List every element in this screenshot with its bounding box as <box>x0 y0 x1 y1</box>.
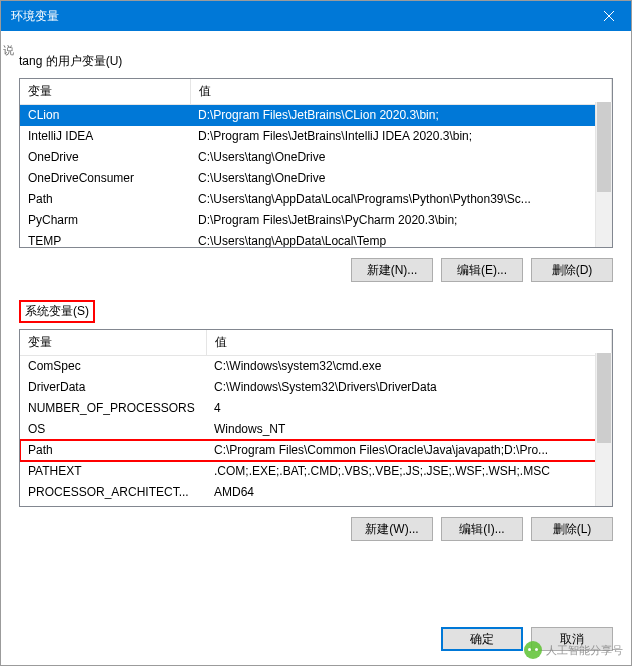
system-vars-table[interactable]: 变量 值 ComSpecC:\Windows\system32\cmd.exeD… <box>20 330 612 503</box>
table-row[interactable]: NUMBER_OF_PROCESSORS4 <box>20 398 612 419</box>
table-row[interactable]: OSWindows_NT <box>20 419 612 440</box>
var-value: C:\Windows\system32\cmd.exe <box>206 356 612 377</box>
var-name: PATHEXT <box>20 461 206 482</box>
var-value: D:\Program Files\JetBrains\CLion 2020.3\… <box>190 105 612 126</box>
var-name: PyCharm <box>20 210 190 231</box>
window-title: 环境变量 <box>11 8 59 25</box>
var-name: IntelliJ IDEA <box>20 126 190 147</box>
table-row[interactable]: OneDriveConsumerC:\Users\tang\OneDrive <box>20 168 612 189</box>
var-value: 4 <box>206 398 612 419</box>
var-name: TEMP <box>20 231 190 249</box>
table-row[interactable]: PROCESSOR_ARCHITECT...AMD64 <box>20 482 612 503</box>
system-buttons: 新建(W)... 编辑(I)... 删除(L) <box>19 517 613 541</box>
var-name: CLion <box>20 105 190 126</box>
table-row[interactable]: PathC:\Program Files\Common Files\Oracle… <box>20 440 612 461</box>
var-value: C:\Users\tang\AppData\Local\Temp <box>190 231 612 249</box>
system-delete-button[interactable]: 删除(L) <box>531 517 613 541</box>
var-name: OS <box>20 419 206 440</box>
var-name: Path <box>20 189 190 210</box>
var-name: ComSpec <box>20 356 206 377</box>
env-vars-dialog: 环境变量 说 tang 的用户变量(U) 变量 值 CLionD:\Progra… <box>0 0 632 666</box>
close-icon <box>604 11 614 21</box>
table-row[interactable]: TEMPC:\Users\tang\AppData\Local\Temp <box>20 231 612 249</box>
var-value: C:\Windows\System32\Drivers\DriverData <box>206 377 612 398</box>
var-name: OneDriveConsumer <box>20 168 190 189</box>
system-vars-table-wrap: 变量 值 ComSpecC:\Windows\system32\cmd.exeD… <box>19 329 613 507</box>
system-edit-button[interactable]: 编辑(I)... <box>441 517 523 541</box>
watermark: 人工智能分享号 <box>524 641 623 659</box>
user-vars-table[interactable]: 变量 值 CLionD:\Program Files\JetBrains\CLi… <box>20 79 612 248</box>
col-header-variable[interactable]: 变量 <box>20 330 206 356</box>
var-value: D:\Program Files\JetBrains\PyCharm 2020.… <box>190 210 612 231</box>
var-name: Path <box>20 440 206 461</box>
ok-button[interactable]: 确定 <box>441 627 523 651</box>
table-row[interactable]: PATHEXT.COM;.EXE;.BAT;.CMD;.VBS;.VBE;.JS… <box>20 461 612 482</box>
user-edit-button[interactable]: 编辑(E)... <box>441 258 523 282</box>
scrollbar-thumb[interactable] <box>597 102 611 192</box>
col-header-value[interactable]: 值 <box>190 79 612 105</box>
var-name: DriverData <box>20 377 206 398</box>
scrollbar[interactable] <box>595 102 612 247</box>
var-value: C:\Users\tang\OneDrive <box>190 147 612 168</box>
table-row[interactable]: PyCharmD:\Program Files\JetBrains\PyChar… <box>20 210 612 231</box>
var-name: OneDrive <box>20 147 190 168</box>
scrollbar[interactable] <box>595 353 612 506</box>
col-header-variable[interactable]: 变量 <box>20 79 190 105</box>
table-row[interactable]: DriverDataC:\Windows\System32\Drivers\Dr… <box>20 377 612 398</box>
titlebar: 环境变量 <box>1 1 631 31</box>
var-value: C:\Users\tang\AppData\Local\Programs\Pyt… <box>190 189 612 210</box>
system-new-button[interactable]: 新建(W)... <box>351 517 433 541</box>
var-value: .COM;.EXE;.BAT;.CMD;.VBS;.VBE;.JS;.JSE;.… <box>206 461 612 482</box>
system-vars-label: 系统变量(S) <box>19 300 95 323</box>
table-row[interactable]: PathC:\Users\tang\AppData\Local\Programs… <box>20 189 612 210</box>
wechat-icon <box>524 641 542 659</box>
var-value: C:\Users\tang\OneDrive <box>190 168 612 189</box>
user-buttons: 新建(N)... 编辑(E)... 删除(D) <box>19 258 613 282</box>
side-hint: 说 <box>3 43 14 58</box>
var-value: AMD64 <box>206 482 612 503</box>
user-delete-button[interactable]: 删除(D) <box>531 258 613 282</box>
var-value: Windows_NT <box>206 419 612 440</box>
dialog-content: tang 的用户变量(U) 变量 值 CLionD:\Program Files… <box>1 31 631 551</box>
var-name: NUMBER_OF_PROCESSORS <box>20 398 206 419</box>
table-row[interactable]: OneDriveC:\Users\tang\OneDrive <box>20 147 612 168</box>
var-value: C:\Program Files\Common Files\Oracle\Jav… <box>206 440 612 461</box>
table-row[interactable]: ComSpecC:\Windows\system32\cmd.exe <box>20 356 612 377</box>
user-vars-label: tang 的用户变量(U) <box>19 53 122 70</box>
table-row[interactable]: CLionD:\Program Files\JetBrains\CLion 20… <box>20 105 612 126</box>
close-button[interactable] <box>586 1 631 31</box>
user-new-button[interactable]: 新建(N)... <box>351 258 433 282</box>
user-vars-table-wrap: 变量 值 CLionD:\Program Files\JetBrains\CLi… <box>19 78 613 248</box>
var-value: D:\Program Files\JetBrains\IntelliJ IDEA… <box>190 126 612 147</box>
scrollbar-thumb[interactable] <box>597 353 611 443</box>
watermark-text: 人工智能分享号 <box>546 643 623 658</box>
table-row[interactable]: IntelliJ IDEAD:\Program Files\JetBrains\… <box>20 126 612 147</box>
var-name: PROCESSOR_ARCHITECT... <box>20 482 206 503</box>
col-header-value[interactable]: 值 <box>206 330 612 356</box>
